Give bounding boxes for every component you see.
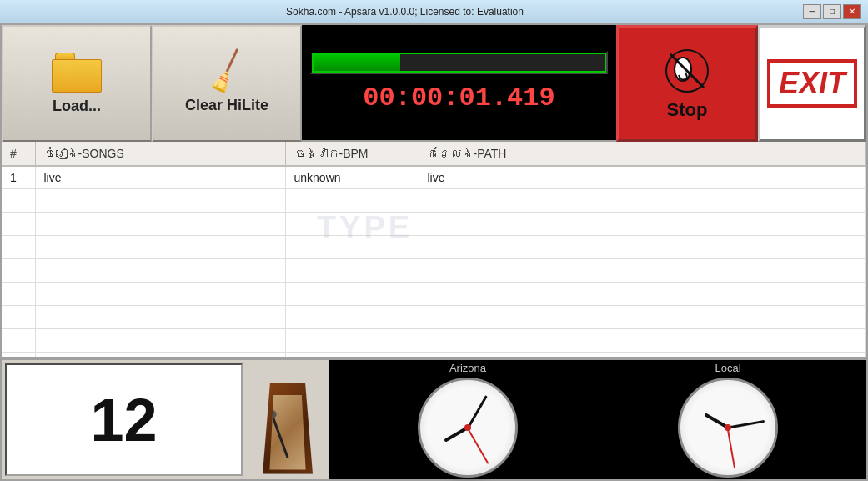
metronome-section <box>246 360 329 479</box>
songs-list: # ចំរៀង-SONGS ចង្វាក់-BPM កន្លែង-PATH 1 … <box>2 142 866 358</box>
table-row-empty <box>2 306 866 329</box>
song-table: # ចំរៀង-SONGS ចង្វាក់-BPM កន្លែង-PATH 1 … <box>2 142 866 358</box>
local-clock-wrapper: Local <box>678 362 778 478</box>
table-row-empty <box>2 236 866 259</box>
folder-body <box>52 59 102 93</box>
exit-text: EXIT <box>767 59 857 108</box>
progress-bar-border <box>312 53 606 73</box>
main-window: Load... 🧹 Clear HiLite 00:00:01.419 <box>0 23 868 481</box>
toolbar: Load... 🧹 Clear HiLite 00:00:01.419 <box>2 25 866 142</box>
stop-label: Stop <box>667 99 708 121</box>
metronome-icon <box>257 366 319 474</box>
clear-hilite-label: Clear HiLite <box>185 97 268 114</box>
folder-icon <box>52 53 102 93</box>
table-row-empty <box>2 353 866 359</box>
title-bar-text: Sokha.com - Apsara v1.0.0.0; Licensed to… <box>7 6 803 18</box>
local-clock-face <box>678 378 778 478</box>
metro-face <box>268 395 308 470</box>
progress-section: 00:00:01.419 <box>302 25 616 140</box>
no-audio-icon <box>662 46 712 96</box>
table-row-empty <box>2 329 866 353</box>
row-songs: live <box>35 166 285 189</box>
table-row[interactable]: 1 live unknown live <box>2 166 866 189</box>
clear-hilite-button[interactable]: 🧹 Clear HiLite <box>152 25 302 142</box>
bottom-bar: 12 Arizona <box>2 358 866 479</box>
arizona-clock-label: Arizona <box>449 362 486 374</box>
table-row-empty <box>2 213 866 236</box>
arizona-clock-wrapper: Arizona <box>418 362 518 478</box>
local-clock-center <box>725 424 731 431</box>
arizona-minute-hand <box>467 395 488 428</box>
local-second-hand <box>727 428 735 469</box>
clock-section: Arizona Local <box>329 360 866 479</box>
minimize-button[interactable]: ─ <box>803 4 821 19</box>
title-bar: Sokha.com - Apsara v1.0.0.0; Licensed to… <box>0 0 868 23</box>
load-button[interactable]: Load... <box>2 25 152 142</box>
table-row-empty <box>2 189 866 213</box>
close-button[interactable]: ✕ <box>843 4 861 19</box>
broom-icon: 🧹 <box>200 47 253 98</box>
number-display: 12 <box>5 363 243 476</box>
table-header-row: # ចំរៀង-SONGS ចង្វាក់-BPM កន្លែង-PATH <box>2 142 866 166</box>
arizona-clock-face <box>418 378 518 478</box>
col-header-bpm: ចង្វាក់-BPM <box>285 142 419 166</box>
progress-bar-container <box>310 51 608 74</box>
table-row-empty <box>2 259 866 283</box>
col-header-path: កន្លែង-PATH <box>419 142 866 166</box>
stop-button[interactable]: Stop <box>616 25 758 142</box>
col-header-num: # <box>2 142 35 166</box>
title-bar-controls: ─ □ ✕ <box>803 4 861 19</box>
row-bpm: unknown <box>285 166 419 189</box>
col-header-songs: ចំរៀង-SONGS <box>35 142 285 166</box>
arizona-second-hand <box>467 428 489 464</box>
timer-display: 00:00:01.419 <box>356 81 561 115</box>
local-clock-label: Local <box>715 362 740 374</box>
table-row-empty <box>2 283 866 306</box>
maximize-button[interactable]: □ <box>823 4 841 19</box>
exit-button[interactable]: EXIT <box>758 25 866 142</box>
row-path: live <box>419 166 866 189</box>
load-label: Load... <box>53 98 101 115</box>
arizona-clock-center <box>464 424 471 431</box>
row-num: 1 <box>2 166 35 189</box>
beat-number: 12 <box>90 386 157 454</box>
local-minute-hand <box>728 420 765 429</box>
